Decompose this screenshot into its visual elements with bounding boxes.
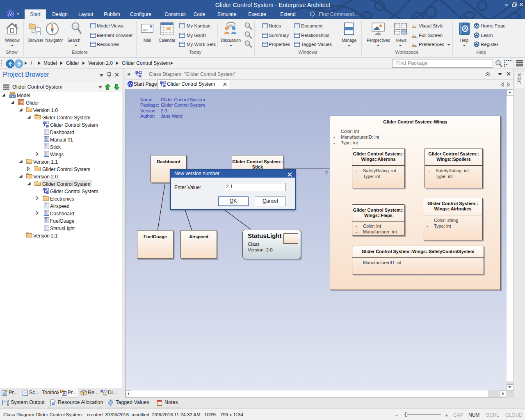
svg-text:P: P: [52, 402, 54, 405]
svg-text:2: 2: [325, 170, 328, 175]
